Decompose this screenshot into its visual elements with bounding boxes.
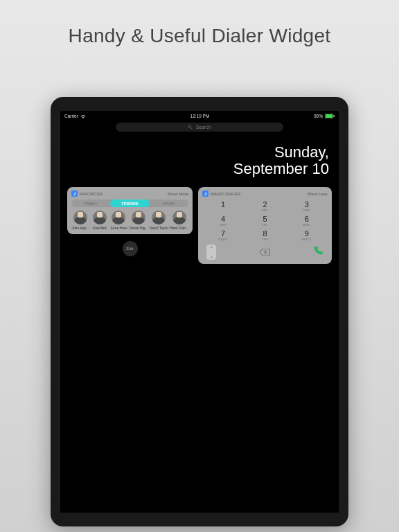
svg-point-3 [188, 125, 191, 128]
chevron-up-icon: ⌃ [210, 246, 213, 251]
contact-item[interactable]: John App... [71, 211, 89, 230]
date-month-day: September 10 [60, 161, 329, 177]
search-placeholder: Search [195, 125, 211, 130]
contact-name: Hank Zakr... [170, 226, 188, 230]
dial-key-8[interactable]: 8TUV [244, 229, 285, 242]
dial-key-9[interactable]: 9WXYZ [286, 229, 328, 242]
carrier-label: Carrier [64, 114, 78, 118]
dial-key-3[interactable]: 3DEF [286, 200, 328, 213]
dial-key-number: 4 [202, 215, 244, 223]
contact-name: John App... [71, 226, 89, 230]
backspace-icon [259, 249, 270, 256]
chevron-down-icon: ⌄ [210, 254, 213, 258]
contact-item[interactable]: Hank Zakr... [170, 211, 188, 230]
contact-name: Kate Bell [91, 226, 109, 230]
contact-name: Anna Haro [110, 226, 128, 230]
svg-line-4 [191, 127, 193, 129]
avatar [93, 211, 107, 224]
svg-rect-1 [326, 114, 332, 118]
dial-key-5[interactable]: 5JKL [244, 214, 285, 227]
contact-item[interactable]: David Taylor [150, 211, 168, 230]
dial-key-number: 9 [286, 230, 328, 238]
device-screen: Carrier 12:19 PM 98% Search Sunday, Sept… [60, 111, 339, 513]
dial-key-number: 8 [244, 230, 285, 238]
contact-item[interactable]: Daniel Hig... [129, 211, 148, 230]
dial-key-letters: JKL [244, 223, 285, 227]
date-weekday: Sunday, [60, 144, 329, 161]
avatar [152, 211, 166, 224]
avatar [132, 211, 145, 224]
contact-item[interactable]: Kate Bell [91, 211, 109, 230]
svg-rect-2 [334, 115, 335, 117]
dial-key-letters: DEF [286, 209, 328, 212]
favorites-show-more[interactable]: Show More [168, 192, 188, 196]
dial-key-2[interactable]: 2ABC [244, 200, 285, 213]
clock-label: 12:19 PM [190, 114, 210, 118]
favorites-tab-work[interactable]: WORK [150, 200, 188, 207]
device-frame: Carrier 12:19 PM 98% Search Sunday, Sept… [51, 97, 348, 526]
dialer-show-less[interactable]: Show Less [308, 192, 328, 196]
dial-key-number: 7 [202, 230, 244, 238]
dial-key-letters: TUV [244, 238, 285, 241]
dial-key-letters: MNO [286, 223, 328, 227]
delete-button[interactable] [258, 248, 271, 256]
call-button[interactable] [312, 245, 323, 259]
dial-key-number: 6 [286, 215, 328, 223]
favorites-tab-family[interactable]: FAMILY [71, 200, 110, 207]
contact-name: Daniel Hig... [129, 226, 148, 230]
dial-key-letters: PQRS [202, 238, 244, 241]
favorites-tabs: FAMILYFRIENDSWORK [71, 200, 188, 207]
favorites-tab-friends[interactable]: FRIENDS [110, 200, 149, 207]
dial-key-letters: GHI [202, 223, 244, 227]
battery-percent: 98% [314, 114, 323, 118]
page-headline: Handy & Useful Dialer Widget [0, 0, 399, 47]
favorites-app-icon [71, 190, 78, 197]
dialer-title: MAGIC DIALER [211, 192, 240, 196]
avatar [172, 211, 186, 224]
dial-key-number: 1 [202, 201, 244, 209]
wifi-icon [80, 114, 86, 118]
avatar [112, 211, 125, 224]
dial-key-6[interactable]: 6MNO [286, 214, 328, 227]
contact-name: David Taylor [150, 226, 168, 230]
dial-key-letters: WXYZ [286, 238, 328, 241]
dial-key-letters: ABC [244, 209, 285, 212]
dialer-app-icon [202, 190, 209, 197]
dial-pad: 12ABC3DEF4GHI5JKL6MNO7PQRS8TUV9WXYZ [202, 200, 328, 242]
number-stepper[interactable]: ⌃ ⌄ [206, 245, 216, 260]
avatar [73, 211, 87, 224]
favorites-contacts: John App...Kate BellAnna HaroDaniel Hig.… [71, 211, 188, 230]
search-icon [188, 125, 193, 130]
status-bar: Carrier 12:19 PM 98% [60, 111, 339, 120]
battery-icon [325, 114, 335, 118]
edit-button[interactable]: Edit [123, 241, 138, 256]
dial-key-1[interactable]: 1 [202, 200, 244, 213]
contact-item[interactable]: Anna Haro [110, 211, 128, 230]
phone-icon [312, 245, 323, 256]
dial-key-number: 3 [286, 201, 328, 209]
dial-key-7[interactable]: 7PQRS [202, 229, 244, 242]
lockscreen-date: Sunday, September 10 [60, 132, 339, 187]
favorites-title: FAVORITES [80, 192, 103, 196]
dial-key-number: 5 [244, 215, 285, 223]
dial-key-number: 2 [244, 201, 285, 209]
dial-key-4[interactable]: 4GHI [202, 214, 244, 227]
dialer-widget: MAGIC DIALER Show Less 12ABC3DEF4GHI5JKL… [198, 187, 332, 264]
search-input[interactable]: Search [116, 123, 283, 132]
favorites-widget: FAVORITES Show More FAMILYFRIENDSWORK Jo… [67, 187, 193, 234]
